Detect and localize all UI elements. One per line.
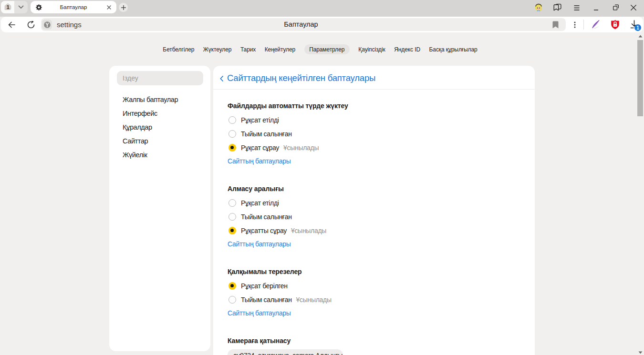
svg-text:1: 1 xyxy=(6,4,10,10)
svg-text:1: 1 xyxy=(636,25,639,30)
